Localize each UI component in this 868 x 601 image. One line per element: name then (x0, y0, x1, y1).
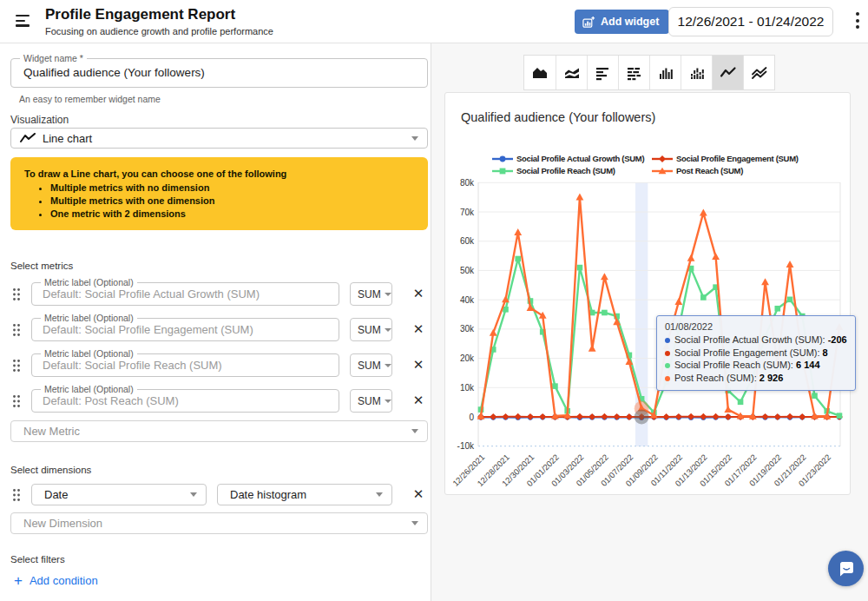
drag-handle-icon[interactable] (12, 359, 21, 376)
data-point (687, 413, 694, 420)
more-options-icon[interactable] (854, 12, 861, 32)
chevron-down-icon (190, 492, 197, 497)
aggregation-select[interactable]: SUM (350, 353, 392, 377)
y-axis-tick-label: -10k (457, 441, 475, 451)
data-point (577, 265, 583, 271)
new-metric-select[interactable]: New Metric (10, 420, 428, 442)
chart-type-horizontal-bar-button[interactable] (587, 56, 618, 89)
data-point (774, 413, 781, 420)
data-point (589, 413, 595, 420)
chart-type-area-button[interactable] (524, 56, 556, 89)
drag-handle-icon[interactable] (12, 323, 21, 340)
chevron-down-icon (376, 492, 383, 497)
chart-type-stacked-horizontal-bar-button[interactable] (618, 56, 649, 89)
remove-dimension-button[interactable]: ✕ (410, 485, 427, 503)
dimension-field-value: Date (44, 488, 68, 501)
metric-label-floating-label: Metric label (Optional) (41, 384, 137, 394)
dimension-histogram-select[interactable]: Date histogram (217, 484, 392, 505)
info-box-item: Multiple metrics with one dimension (50, 195, 414, 206)
remove-metric-button[interactable]: ✕ (410, 392, 427, 409)
metric-label-floating-label: Metric label (Optional) (41, 313, 137, 323)
data-point (713, 413, 720, 420)
remove-metric-button[interactable]: ✕ (410, 320, 427, 338)
metric-label-input[interactable]: Metric label (Optional) Default: Social … (31, 282, 339, 306)
data-point (601, 273, 608, 280)
chevron-down-icon (385, 400, 391, 403)
metric-label-input[interactable]: Metric label (Optional) Default: Social … (31, 353, 339, 377)
aggregation-select[interactable]: SUM (350, 389, 392, 413)
data-point (712, 253, 720, 260)
visualization-select[interactable]: Line chart (10, 128, 428, 149)
data-point (837, 413, 843, 419)
new-dimension-select[interactable]: New Dimension (10, 512, 428, 534)
area-chart-icon (531, 64, 549, 82)
metric-label-floating-label: Metric label (Optional) (41, 277, 137, 287)
remove-metric-button[interactable]: ✕ (410, 285, 427, 302)
aggregation-select[interactable]: SUM (350, 282, 392, 306)
add-condition-button[interactable]: + Add condition (14, 574, 98, 587)
horizontal-bar-chart-icon (595, 64, 612, 82)
line-chart-info-box: To draw a Line chart, you can choose one… (10, 157, 428, 230)
plus-icon: + (14, 575, 23, 587)
info-box-title: To draw a Line chart, you can choose one… (24, 168, 414, 179)
aggregation-value: SUM (358, 288, 381, 300)
visualization-label: Visualization (10, 114, 69, 126)
data-point (738, 400, 744, 406)
drag-handle-icon[interactable] (12, 488, 21, 505)
remove-metric-button[interactable]: ✕ (410, 356, 427, 373)
column-chart-icon (657, 64, 674, 82)
data-point (687, 254, 695, 261)
data-point (663, 413, 670, 420)
menu-icon[interactable] (16, 15, 30, 30)
metric-row: Metric label (Optional) Default: Social … (10, 282, 428, 306)
drag-handle-icon[interactable] (12, 394, 21, 412)
aggregation-value: SUM (358, 360, 381, 372)
dimension-field-select[interactable]: Date (31, 484, 207, 505)
tooltip-row: Social Profile Actual Growth (SUM): -206 (665, 334, 847, 347)
aggregation-select[interactable]: SUM (350, 318, 392, 341)
chart-type-multi-line-button[interactable] (743, 56, 774, 89)
legend-label: Social Profile Actual Growth (SUM) (516, 154, 644, 163)
data-point (601, 413, 608, 420)
stacked-horizontal-bar-chart-icon (626, 64, 643, 82)
series-color-dot (665, 363, 670, 368)
stacked-area-chart-icon (563, 64, 581, 82)
legend-marker-icon (492, 155, 513, 163)
data-point (576, 413, 583, 420)
data-point (799, 413, 806, 420)
chart-type-toolbar (523, 55, 775, 90)
chevron-down-icon (385, 328, 391, 332)
data-point (725, 413, 732, 420)
legend-item[interactable]: Social Profile Engagement (SUM) (652, 154, 799, 163)
metric-row: Metric label (Optional) Default: Social … (10, 353, 428, 377)
info-box-item: One metric with 2 dimensions (50, 208, 414, 219)
select-dimensions-label: Select dimensions (10, 465, 91, 475)
data-point (589, 345, 596, 352)
chat-launcher-button[interactable] (828, 551, 864, 586)
y-axis-tick-label: 0 (469, 413, 474, 422)
chart-type-stacked-column-button[interactable] (681, 56, 712, 89)
legend-marker-icon (652, 155, 673, 163)
chevron-down-icon (411, 429, 418, 433)
data-point (675, 413, 682, 420)
date-range-picker[interactable]: 12/26/2021 - 01/24/2022 (668, 7, 833, 36)
add-condition-label: Add condition (30, 574, 98, 587)
add-widget-icon (582, 16, 595, 29)
multi-line-chart-icon (751, 64, 768, 82)
y-axis-tick-label: 50k (460, 266, 475, 275)
widget-name-field[interactable]: Widget name * Qualified audience (Your f… (10, 58, 428, 88)
drag-handle-icon[interactable] (12, 287, 21, 305)
chart-tooltip: 01/08/2022 Social Profile Actual Growth … (656, 315, 856, 391)
y-axis-tick-label: 60k (460, 236, 475, 246)
chart-title: Qualified audience (Your followers) (461, 110, 655, 124)
chart-type-stacked-area-button[interactable] (556, 56, 587, 89)
add-widget-button[interactable]: Add widget (575, 10, 669, 34)
select-metrics-label: Select metrics (10, 261, 73, 271)
metric-row: Metric label (Optional) Default: Post Re… (10, 389, 428, 413)
metric-label-input[interactable]: Metric label (Optional) Default: Social … (31, 318, 339, 341)
chart-type-column-button[interactable] (649, 56, 681, 89)
data-point (514, 228, 522, 235)
chart-type-line-button[interactable] (712, 56, 743, 89)
metric-label-input[interactable]: Metric label (Optional) Default: Post Re… (31, 389, 339, 413)
legend-item[interactable]: Social Profile Actual Growth (SUM) (492, 154, 644, 163)
